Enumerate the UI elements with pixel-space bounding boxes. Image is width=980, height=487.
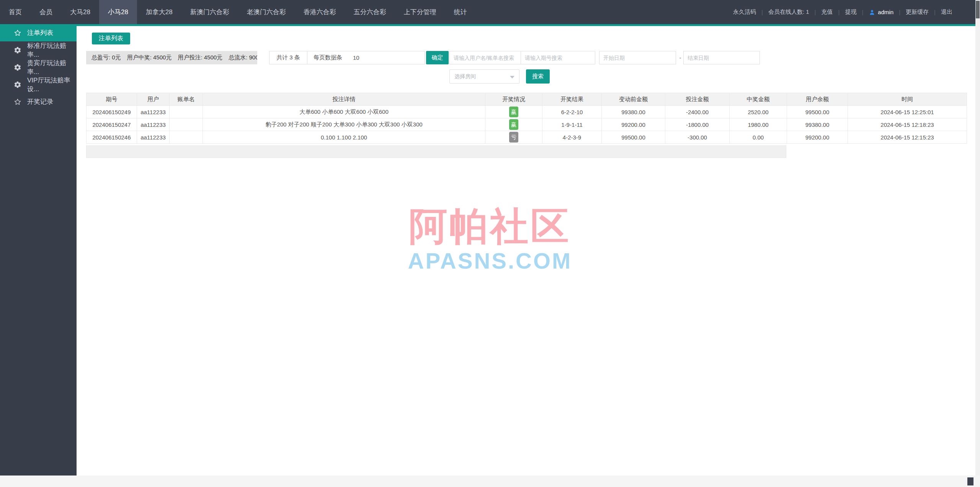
toolbar: 总盈亏: 0元 用户中奖: 4500元 用户投注: 4500元 总流水: 900… [77, 51, 975, 65]
cell-win-amount: 0.00 [730, 131, 787, 144]
cell-account [170, 131, 203, 144]
divider: | [899, 9, 900, 15]
table-row: 202406150247 aa112233 豹子200 对子200 顺子200 … [87, 118, 967, 131]
table-header-row: 期号 用户 账单名 投注详情 开奖情况 开奖结果 变动前金额 投注金额 中奖金额… [87, 93, 967, 106]
nav-item-wufen[interactable]: 五分六合彩 [345, 0, 395, 24]
sidebar-item-label: 贵宾厅玩法赔率... [27, 59, 77, 76]
win-badge: 赢 [509, 107, 518, 117]
sidebar-item-label: 标准厅玩法赔率... [27, 41, 77, 59]
watermark: 阿帕社区 APASNS.COM [379, 206, 601, 274]
cell-user-balance: 99500.00 [787, 106, 848, 118]
user-search-input[interactable] [449, 51, 521, 64]
bet-list-tab[interactable]: 注单列表 [92, 33, 130, 44]
cell-draw-result: 1-9-1-11 [542, 118, 602, 131]
total-count-label: 共计 3 条 [270, 51, 307, 64]
sidebar-item-bet-list[interactable]: 注单列表 [0, 24, 77, 41]
sidebar-item-label: VIP厅玩法赔率设... [27, 76, 77, 93]
divider: | [761, 9, 763, 15]
scrollbar-corner [967, 477, 973, 485]
filter-row-2: 选择房间 搜索 [77, 69, 975, 84]
gear-icon [14, 46, 21, 54]
cell-user: aa112233 [137, 131, 170, 144]
cell-bet-detail: 豹子200 对子200 顺子200 大单300 小单300 大双300 小双30… [203, 118, 485, 131]
room-select-placeholder: 选择房间 [454, 73, 476, 80]
watermark-title: 阿帕社区 [379, 206, 601, 246]
cell-bet-amount: -1800.00 [665, 118, 730, 131]
col-header-draw-result: 开奖结果 [542, 93, 602, 106]
nav-item-hongkong[interactable]: 香港六合彩 [295, 0, 345, 24]
nav-item-canada28[interactable]: 加拿大28 [137, 0, 181, 24]
col-header-time: 时间 [848, 93, 967, 106]
withdraw-link[interactable]: 提现 [845, 8, 856, 16]
sidebar-item-standard-odds[interactable]: 标准厅玩法赔率... [0, 41, 77, 59]
per-page-input[interactable] [348, 51, 425, 64]
horizontal-scrollbar[interactable] [0, 476, 980, 487]
refresh-cache-link[interactable]: 更新缓存 [906, 8, 929, 16]
recharge-link[interactable]: 充值 [822, 8, 833, 16]
nav-item-home[interactable]: 首页 [0, 0, 31, 24]
col-header-bet-amount: 投注金额 [665, 93, 730, 106]
cell-issue: 202406150246 [87, 131, 137, 144]
online-count: 会员在线人数: 1 [768, 8, 809, 16]
cell-win-amount: 1980.00 [730, 118, 787, 131]
cell-account [170, 106, 203, 118]
end-date-input[interactable] [683, 51, 760, 64]
nav-item-dama28[interactable]: 大马28 [61, 0, 99, 24]
col-header-bet-detail: 投注详情 [203, 93, 485, 106]
col-header-user-balance: 用户余额 [787, 93, 848, 106]
cell-account [170, 118, 203, 131]
col-header-issue: 期号 [87, 93, 137, 106]
cell-before-amount: 99200.00 [602, 118, 665, 131]
cell-issue: 202406150247 [87, 118, 137, 131]
start-date-input[interactable] [599, 51, 676, 64]
stat-total-profit: 总盈亏: 0元 [91, 54, 121, 61]
room-select[interactable]: 选择房间 [449, 69, 519, 84]
user-menu[interactable]: admin [869, 9, 893, 16]
cell-time: 2024-06-15 12:18:23 [848, 118, 967, 131]
nav-item-stats[interactable]: 统计 [445, 0, 476, 24]
permanent-code-link[interactable]: 永久活码 [733, 8, 756, 16]
confirm-button[interactable]: 确定 [426, 51, 449, 64]
nav-item-updown-manage[interactable]: 上下分管理 [395, 0, 445, 24]
user-icon [869, 9, 875, 16]
main-content: 注单列表 总盈亏: 0元 用户中奖: 4500元 用户投注: 4500元 总流水… [77, 24, 975, 476]
divider: | [838, 9, 840, 15]
top-navbar: 首页 会员 大马28 小马28 加拿大28 新澳门六合彩 老澳门六合彩 香港六合… [0, 0, 975, 24]
nav-item-xiaoma28[interactable]: 小马28 [99, 0, 137, 24]
nav-item-members[interactable]: 会员 [31, 0, 61, 24]
cell-bet-amount: -300.00 [665, 131, 730, 144]
cell-time: 2024-06-15 12:15:23 [848, 131, 967, 144]
col-header-account: 账单名 [170, 93, 203, 106]
cell-before-amount: 99500.00 [602, 131, 665, 144]
star-icon [14, 98, 21, 106]
username: admin [878, 9, 893, 15]
main-menu: 首页 会员 大马28 小马28 加拿大28 新澳门六合彩 老澳门六合彩 香港六合… [0, 0, 476, 24]
cell-user: aa112233 [137, 106, 170, 118]
issue-search-input[interactable] [521, 51, 595, 64]
col-header-before-amount: 变动前金额 [602, 93, 665, 106]
sidebar-item-draw-records[interactable]: 开奖记录 [0, 93, 77, 110]
per-page-label: 每页数据条 [307, 51, 348, 64]
date-range-separator: - [677, 51, 683, 64]
cell-time: 2024-06-15 12:25:01 [848, 106, 967, 118]
gear-icon [14, 81, 21, 89]
nav-item-old-macau[interactable]: 老澳门六合彩 [238, 0, 295, 24]
col-header-draw-status: 开奖情况 [485, 93, 542, 106]
bet-table: 期号 用户 账单名 投注详情 开奖情况 开奖结果 变动前金额 投注金额 中奖金额… [86, 93, 967, 144]
table-pagination-area [86, 145, 786, 158]
sidebar-item-label: 开奖记录 [27, 97, 53, 106]
cell-bet-detail: 大单600 小单600 大双600 小双600 [203, 106, 485, 118]
logout-link[interactable]: 退出 [941, 8, 952, 16]
search-button[interactable]: 搜索 [526, 69, 550, 84]
per-page-group: 共计 3 条 每页数据条 [269, 51, 425, 64]
sidebar-item-vip-odds-settings[interactable]: VIP厅玩法赔率设... [0, 76, 77, 93]
stat-total-turnover: 总流水: 9000元 [229, 54, 257, 61]
sidebar-item-vip-room-odds[interactable]: 贵宾厅玩法赔率... [0, 59, 77, 76]
vertical-scrollbar[interactable] [975, 0, 980, 476]
stat-user-bet: 用户投注: 4500元 [178, 54, 222, 61]
nav-item-new-macau[interactable]: 新澳门六合彩 [181, 0, 238, 24]
cell-bet-detail: 0.100 1.100 2.100 [203, 131, 485, 144]
lose-badge: 亏 [509, 132, 518, 143]
vertical-scrollbar-thumb[interactable] [976, 1, 980, 18]
gear-icon [14, 64, 21, 71]
